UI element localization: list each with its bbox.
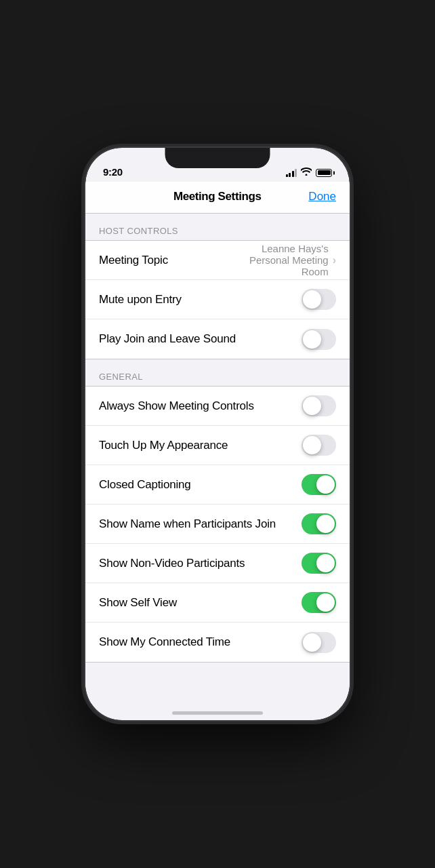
toggle-thumb: [303, 633, 321, 652]
done-button[interactable]: Done: [308, 190, 336, 203]
meeting-topic-value: Leanne Hays's Personal Meeting Room: [234, 243, 329, 277]
show-self-view-toggle[interactable]: [302, 592, 336, 613]
signal-bars-icon: [286, 169, 297, 177]
play-join-leave-sound-label: Play Join and Leave Sound: [99, 332, 302, 346]
status-time: 9:20: [103, 166, 123, 178]
always-show-meeting-controls-toggle[interactable]: [302, 395, 336, 416]
toggle-thumb: [303, 436, 321, 454]
closed-captioning-label: Closed Captioning: [99, 478, 302, 492]
general-group: Always Show Meeting Controls Touch Up My…: [85, 386, 350, 663]
show-my-connected-time-toggle[interactable]: [302, 632, 336, 653]
show-my-connected-time-row: Show My Connected Time: [85, 623, 350, 662]
screen: 9:20: [85, 148, 350, 720]
host-controls-group: Meeting Topic Leanne Hays's Personal Mee…: [85, 240, 350, 359]
phone-shell: 9:20: [85, 148, 350, 720]
content-scroll: HOST CONTROLS Meeting Topic Leanne Hays'…: [85, 214, 350, 717]
show-self-view-row: Show Self View: [85, 583, 350, 623]
meeting-topic-right: Leanne Hays's Personal Meeting Room ›: [234, 243, 336, 277]
wifi-icon: [301, 167, 312, 178]
toggle-thumb: [303, 397, 321, 415]
status-icons: [286, 167, 333, 178]
toggle-thumb: [316, 593, 335, 612]
show-non-video-participants-row: Show Non-Video Participants: [85, 544, 350, 583]
show-non-video-participants-label: Show Non-Video Participants: [99, 557, 302, 570]
mute-upon-entry-toggle[interactable]: [302, 289, 336, 310]
show-self-view-label: Show Self View: [99, 596, 302, 610]
touch-up-appearance-label: Touch Up My Appearance: [99, 439, 302, 452]
closed-captioning-toggle[interactable]: [302, 474, 336, 495]
show-name-participants-join-label: Show Name when Participants Join: [99, 517, 302, 531]
always-show-meeting-controls-row: Always Show Meeting Controls: [85, 387, 350, 426]
nav-title: Meeting Settings: [173, 190, 262, 203]
closed-captioning-row: Closed Captioning: [85, 465, 350, 505]
section-header-host-controls: HOST CONTROLS: [85, 214, 350, 240]
toggle-thumb: [316, 515, 335, 533]
touch-up-appearance-toggle[interactable]: [302, 435, 336, 456]
meeting-topic-label: Meeting Topic: [99, 254, 234, 267]
home-indicator: [172, 711, 263, 715]
bottom-padding: [85, 663, 350, 703]
battery-icon: [316, 169, 332, 177]
chevron-icon: ›: [333, 254, 336, 267]
notch: [165, 148, 270, 168]
section-header-general: GENERAL: [85, 359, 350, 386]
toggle-thumb: [316, 554, 335, 572]
toggle-thumb: [303, 290, 321, 309]
toggle-thumb: [316, 475, 335, 494]
play-join-leave-sound-toggle[interactable]: [302, 329, 336, 350]
always-show-meeting-controls-label: Always Show Meeting Controls: [99, 399, 302, 413]
toggle-thumb: [303, 330, 321, 349]
mute-upon-entry-label: Mute upon Entry: [99, 293, 302, 307]
show-name-participants-join-row: Show Name when Participants Join: [85, 505, 350, 544]
show-my-connected-time-label: Show My Connected Time: [99, 635, 302, 649]
nav-bar: Meeting Settings Done: [85, 182, 350, 214]
show-name-participants-join-toggle[interactable]: [302, 513, 336, 534]
show-non-video-participants-toggle[interactable]: [302, 553, 336, 574]
meeting-topic-row[interactable]: Meeting Topic Leanne Hays's Personal Mee…: [85, 241, 350, 280]
mute-upon-entry-row: Mute upon Entry: [85, 280, 350, 319]
play-join-leave-sound-row: Play Join and Leave Sound: [85, 319, 350, 359]
touch-up-appearance-row: Touch Up My Appearance: [85, 426, 350, 465]
